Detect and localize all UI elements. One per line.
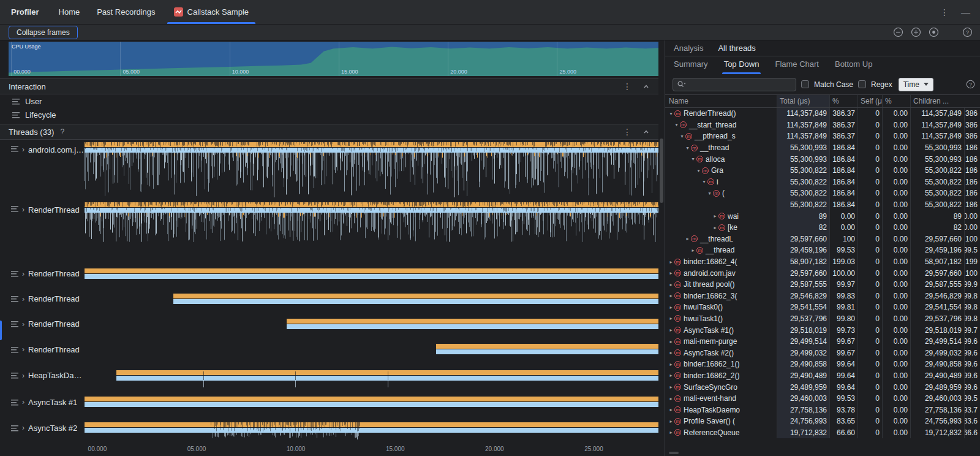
chevron-collapsed-icon[interactable]: ▸ [684, 236, 691, 241]
chevron-collapsed-icon[interactable]: ▸ [668, 282, 674, 287]
thread-row[interactable]: ›AsyncTask #2 [0, 416, 658, 440]
thread-label[interactable]: ›RenderThread [0, 261, 85, 286]
match-case-checkbox[interactable] [801, 80, 809, 88]
hscrollbar-thumb[interactable] [669, 452, 679, 454]
thread-row[interactable]: ›RenderThread [0, 311, 658, 336]
chevron-expanded-icon[interactable]: ▾ [695, 168, 702, 173]
thread-track-canvas[interactable] [85, 261, 658, 286]
table-row[interactable]: 55,300,822186.8400.0055,300,822186 [665, 199, 980, 211]
table-row[interactable]: ▾m__start_thread114,357,849386.3700.0011… [665, 120, 980, 131]
thread-track-canvas[interactable] [85, 389, 658, 416]
tab-top-down[interactable]: Top Down [724, 59, 760, 74]
nav-item-home[interactable]: Home [50, 0, 89, 24]
interaction-kebab-icon[interactable]: ⋮ [623, 82, 631, 91]
thread-track[interactable] [85, 389, 658, 416]
collapse-frames-button[interactable]: Collapse frames [9, 26, 78, 39]
thread-track[interactable] [85, 140, 658, 200]
table-row[interactable]: ▸mAsyncTask #2()29,499,03299.6700.0029,4… [665, 347, 980, 359]
table-row[interactable]: ▸mandroid.com.jav29,597,660100.0000.0029… [665, 267, 980, 279]
thread-row[interactable]: ›AsyncTask #1 [0, 389, 658, 416]
interaction-collapse-icon[interactable] [643, 83, 650, 90]
tab-bottom-up[interactable]: Bottom Up [835, 59, 872, 74]
chevron-collapsed-icon[interactable]: ▸ [668, 419, 674, 424]
horizontal-scrollbar[interactable] [665, 450, 980, 456]
table-row[interactable]: ▸mhwuiTask1()29,537,79699.8000.0029,537,… [665, 313, 980, 325]
table-row[interactable]: ▾malloca55,300,993186.8400.0055,300,9931… [665, 153, 980, 165]
table-row[interactable]: ▾mRenderThread()114,357,849386.3700.0011… [665, 108, 980, 120]
threads-help-icon[interactable]: ? [60, 127, 64, 136]
chevron-collapsed-icon[interactable]: ▸ [712, 225, 718, 230]
thread-track-canvas[interactable] [85, 311, 658, 336]
col-name[interactable]: Name [665, 95, 777, 107]
chevron-collapsed-icon[interactable]: ▸ [668, 362, 674, 367]
table-row[interactable]: ▸m__thread29,459,19699.5300.0029,459,196… [665, 245, 980, 256]
chevron-collapsed-icon[interactable]: ▸ [668, 407, 674, 412]
chevron-collapsed-icon[interactable]: ▸ [668, 259, 674, 265]
table-row[interactable]: ▸mReferenceQueue19,712,83266.6000.0019,7… [665, 427, 980, 439]
chevron-collapsed-icon[interactable]: ▸ [668, 270, 674, 276]
table-row[interactable]: ▸mwai890.0000.00890.00 [665, 210, 980, 222]
thread-track-canvas[interactable] [85, 362, 658, 389]
search-box[interactable] [673, 78, 796, 91]
thread-row[interactable]: ›android.com.ja... [0, 140, 658, 200]
thread-track-canvas[interactable] [85, 336, 658, 362]
chevron-collapsed-icon[interactable]: ▸ [668, 373, 674, 378]
tab-flame-chart[interactable]: Flame Chart [775, 59, 819, 74]
chevron-collapsed-icon[interactable]: ▸ [668, 327, 674, 333]
chevron-collapsed-icon[interactable]: ▸ [668, 293, 674, 298]
thread-row[interactable]: ›RenderThread [0, 286, 658, 311]
interaction-row-lifecycle[interactable]: Lifecycle [0, 108, 658, 121]
chevron-expanded-icon[interactable]: ▾ [668, 111, 674, 116]
chevron-collapsed-icon[interactable]: ▸ [668, 316, 674, 321]
zoom-in-icon[interactable] [911, 27, 921, 37]
chevron-right-icon[interactable]: › [22, 424, 24, 432]
table-row[interactable]: ▸mbinder:16862_4(58,907,182199.0300.0058… [665, 256, 980, 268]
thread-track[interactable] [85, 311, 658, 336]
chevron-collapsed-icon[interactable]: ▸ [668, 430, 674, 435]
table-row[interactable]: ▸m__threadL29,597,66010000.0029,597,6601… [665, 234, 980, 245]
thread-row[interactable]: ›RenderThread [0, 336, 658, 362]
thread-track-canvas[interactable] [85, 140, 658, 200]
thread-label[interactable]: ›android.com.ja... [0, 140, 85, 200]
threads-kebab-icon[interactable]: ⋮ [623, 127, 631, 136]
chevron-expanded-icon[interactable]: ▾ [706, 191, 713, 196]
chevron-right-icon[interactable]: › [22, 398, 24, 406]
threads-collapse-icon[interactable] [643, 128, 650, 135]
help-icon[interactable]: ? [962, 27, 973, 37]
thread-track[interactable] [85, 336, 658, 362]
thread-track[interactable] [85, 362, 658, 389]
chevron-collapsed-icon[interactable]: ▸ [668, 339, 674, 344]
table-row[interactable]: ▸mmali-event-hand29,460,00399.5300.0029,… [665, 393, 980, 405]
chevron-right-icon[interactable]: › [22, 270, 24, 278]
table-row[interactable]: ▸mbinder:16862_1()29,490,85899.6400.0029… [665, 359, 980, 370]
table-row[interactable]: ▾m__thread55,300,993186.8400.0055,300,99… [665, 142, 980, 154]
chevron-right-icon[interactable]: › [22, 345, 24, 354]
thread-label[interactable]: ›AsyncTask #2 [0, 416, 85, 440]
thread-row[interactable]: ›RenderThread [0, 200, 658, 261]
vertical-scrollbar[interactable] [658, 40, 665, 456]
chevron-expanded-icon[interactable]: ▾ [701, 179, 707, 184]
chevron-right-icon[interactable]: › [22, 320, 24, 329]
chevron-expanded-icon[interactable]: ▾ [679, 134, 685, 139]
thread-track[interactable] [85, 416, 658, 440]
search-input[interactable] [688, 80, 792, 89]
chevron-expanded-icon[interactable]: ▾ [684, 145, 691, 151]
thread-label[interactable]: ›HeapTaskDae... [0, 362, 85, 389]
scrollbar-thumb[interactable] [660, 139, 663, 203]
thread-track[interactable] [85, 261, 658, 286]
thread-label[interactable]: ›RenderThread [0, 286, 85, 311]
table-row[interactable]: ▸mbinder:16862_3(29,546,82999.8300.0029,… [665, 291, 980, 302]
thread-label[interactable]: ›RenderThread [0, 336, 85, 362]
chevron-expanded-icon[interactable]: ▾ [673, 122, 680, 127]
chevron-collapsed-icon[interactable]: ▸ [668, 305, 674, 310]
chevron-collapsed-icon[interactable]: ▸ [690, 248, 696, 253]
table-row[interactable]: ▾mGra55,300,822186.8400.0055,300,822186 [665, 165, 980, 177]
chevron-collapsed-icon[interactable]: ▸ [668, 396, 674, 401]
chevron-collapsed-icon[interactable]: ▸ [712, 213, 718, 219]
chevron-collapsed-icon[interactable]: ▸ [668, 384, 674, 390]
chevron-collapsed-icon[interactable]: ▸ [668, 350, 674, 355]
tab-callstack-sample[interactable]: Callstack Sample [164, 0, 258, 24]
col-total-pct[interactable]: % [829, 95, 858, 107]
chevron-right-icon[interactable]: › [22, 145, 24, 154]
tab-all-threads[interactable]: All threads [718, 44, 755, 53]
